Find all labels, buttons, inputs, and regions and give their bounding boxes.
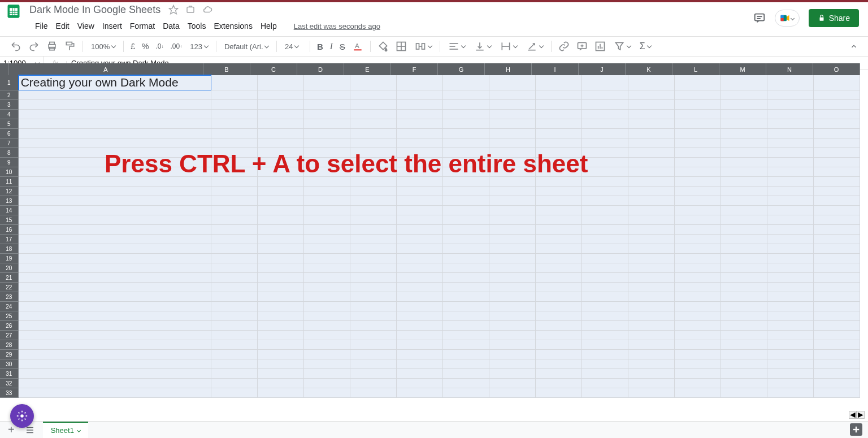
cell-I7[interactable] [536, 138, 582, 148]
cell-A25[interactable] [19, 311, 211, 321]
cell-M31[interactable] [721, 369, 767, 379]
cell-A21[interactable] [19, 273, 211, 283]
cell-J20[interactable] [582, 263, 628, 273]
cell-C30[interactable] [258, 359, 304, 369]
cell-A30[interactable] [19, 359, 211, 369]
cell-M14[interactable] [721, 206, 767, 215]
cell-I14[interactable] [536, 206, 582, 215]
cell-K1[interactable] [628, 75, 675, 90]
cell-I24[interactable] [536, 302, 582, 311]
insert-comment-button[interactable] [574, 38, 590, 54]
cell-G5[interactable] [443, 119, 489, 129]
cell-I26[interactable] [536, 321, 582, 331]
cell-B3[interactable] [211, 100, 258, 110]
cell-O21[interactable] [814, 273, 860, 283]
cell-N25[interactable] [767, 311, 814, 321]
cell-N21[interactable] [767, 273, 814, 283]
cell-N30[interactable] [767, 359, 814, 369]
cell-C21[interactable] [258, 273, 304, 283]
cell-O31[interactable] [814, 369, 860, 379]
cell-K7[interactable] [628, 138, 675, 148]
cell-C15[interactable] [258, 215, 304, 225]
cell-I21[interactable] [536, 273, 582, 283]
cell-D17[interactable] [304, 235, 350, 244]
cell-M19[interactable] [721, 254, 767, 263]
cell-N23[interactable] [767, 292, 814, 302]
cell-A2[interactable] [19, 90, 211, 100]
cell-L23[interactable] [675, 292, 721, 302]
column-header-K[interactable]: K [626, 63, 672, 75]
row-header-6[interactable]: 6 [0, 129, 19, 138]
cell-L16[interactable] [675, 225, 721, 235]
cell-J1[interactable] [582, 75, 628, 90]
cell-N24[interactable] [767, 302, 814, 311]
cell-D10[interactable] [304, 167, 350, 177]
cell-I12[interactable] [536, 187, 582, 196]
fill-color-button[interactable] [375, 38, 391, 54]
column-header-G[interactable]: G [438, 63, 485, 75]
cell-L1[interactable] [675, 75, 721, 90]
cell-B30[interactable] [211, 359, 258, 369]
cell-K30[interactable] [628, 359, 675, 369]
cell-H30[interactable] [489, 359, 536, 369]
cell-B10[interactable] [211, 167, 258, 177]
cell-B12[interactable] [211, 187, 258, 196]
cell-M15[interactable] [721, 215, 767, 225]
cell-D4[interactable] [304, 110, 350, 119]
cell-E32[interactable] [350, 379, 397, 388]
last-edit-link[interactable]: Last edit was seconds ago [290, 21, 384, 32]
cell-J16[interactable] [582, 225, 628, 235]
cell-E3[interactable] [350, 100, 397, 110]
meet-button[interactable] [775, 10, 800, 27]
cell-C16[interactable] [258, 225, 304, 235]
cell-C2[interactable] [258, 90, 304, 100]
row-header-25[interactable]: 25 [0, 311, 19, 321]
cell-G14[interactable] [443, 206, 489, 215]
cell-K10[interactable] [628, 167, 675, 177]
row-header-21[interactable]: 21 [0, 273, 19, 283]
cell-O2[interactable] [814, 90, 860, 100]
cell-F27[interactable] [397, 331, 443, 340]
row-header-4[interactable]: 4 [0, 110, 19, 119]
cell-D18[interactable] [304, 244, 350, 254]
row-header-1[interactable]: 1 [0, 75, 19, 90]
cell-L30[interactable] [675, 359, 721, 369]
menu-edit[interactable]: Edit [53, 20, 73, 32]
cell-K23[interactable] [628, 292, 675, 302]
cell-D6[interactable] [304, 129, 350, 138]
cell-B7[interactable] [211, 138, 258, 148]
cell-K33[interactable] [628, 388, 675, 398]
cell-H24[interactable] [489, 302, 536, 311]
cell-E19[interactable] [350, 254, 397, 263]
cell-F25[interactable] [397, 311, 443, 321]
cell-F29[interactable] [397, 350, 443, 359]
cell-K20[interactable] [628, 263, 675, 273]
cell-B26[interactable] [211, 321, 258, 331]
cell-D3[interactable] [304, 100, 350, 110]
cell-L17[interactable] [675, 235, 721, 244]
cell-C6[interactable] [258, 129, 304, 138]
cell-M7[interactable] [721, 138, 767, 148]
cell-H23[interactable] [489, 292, 536, 302]
cell-M24[interactable] [721, 302, 767, 311]
cell-N28[interactable] [767, 340, 814, 350]
cell-O4[interactable] [814, 110, 860, 119]
cell-K19[interactable] [628, 254, 675, 263]
cell-L20[interactable] [675, 263, 721, 273]
cell-M16[interactable] [721, 225, 767, 235]
cell-H11[interactable] [489, 177, 536, 187]
menu-tools[interactable]: Tools [184, 20, 210, 32]
cell-E26[interactable] [350, 321, 397, 331]
text-color-button[interactable]: A [350, 38, 366, 54]
cell-N2[interactable] [767, 90, 814, 100]
cell-F30[interactable] [397, 359, 443, 369]
cell-C10[interactable] [258, 167, 304, 177]
row-header-7[interactable]: 7 [0, 138, 19, 148]
cell-H6[interactable] [489, 129, 536, 138]
menu-data[interactable]: Data [159, 20, 183, 32]
cell-G6[interactable] [443, 129, 489, 138]
cell-D16[interactable] [304, 225, 350, 235]
menu-format[interactable]: Format [127, 20, 158, 32]
cell-H28[interactable] [489, 340, 536, 350]
cell-L8[interactable] [675, 148, 721, 158]
